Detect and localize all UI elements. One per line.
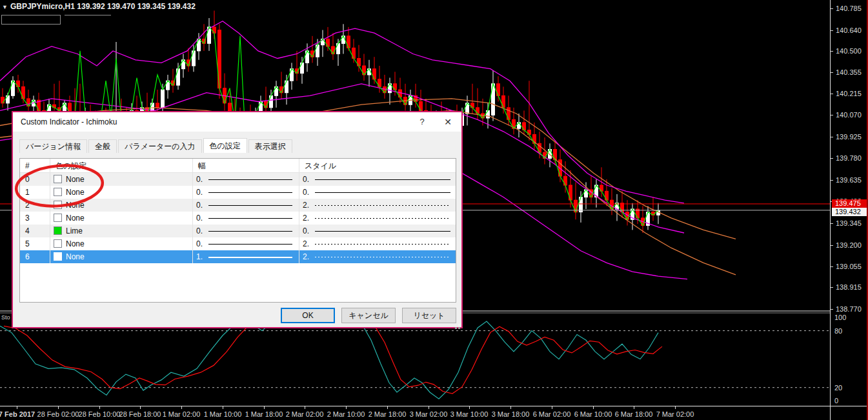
table-row[interactable]: 2None0.2. [20, 199, 456, 212]
price-tick [831, 287, 833, 288]
reset-button[interactable]: リセット [402, 308, 456, 323]
price-tick [831, 266, 833, 267]
width-cell: 0. [193, 173, 299, 186]
width-cell: 0. [193, 212, 299, 225]
color-swatch[interactable] [54, 188, 62, 196]
style-value: 2. [299, 199, 308, 212]
table-row[interactable]: 6None1.2. [20, 250, 456, 263]
time-axis[interactable]: 7 Feb 201728 Feb 02:0028 Feb 10:0028 Feb… [0, 406, 830, 420]
time-tick-label: 6 Mar 18:00 [615, 410, 653, 418]
width-value: 1. [193, 250, 202, 263]
time-tick-label: 1 Mar 18:00 [245, 410, 283, 418]
width-value: 0. [193, 212, 202, 225]
osc-scale-label: 100 [834, 314, 846, 321]
color-swatch[interactable] [54, 175, 62, 183]
color-swatch[interactable] [54, 201, 62, 209]
tab-1[interactable]: 全般 [88, 139, 117, 153]
style-value: 0. [299, 173, 308, 186]
time-tick [675, 406, 676, 409]
width-value: 0. [193, 237, 202, 250]
color-name: Lime [66, 226, 83, 235]
tab-2[interactable]: パラメーターの入力 [118, 139, 201, 153]
style-line-sample [315, 257, 450, 257]
color-name: None [66, 201, 85, 210]
style-cell: 0. [299, 186, 456, 199]
ok-button[interactable]: OK [281, 308, 335, 323]
width-cell: 0. [193, 225, 299, 237]
column-header: 色の設定 [50, 159, 193, 172]
table-row[interactable]: 0None0.0. [20, 173, 456, 186]
table-row[interactable]: 3None0.2. [20, 212, 456, 225]
time-tick [387, 406, 388, 409]
time-tick-label: 7 Mar 02:00 [656, 410, 694, 418]
row-index: 6 [20, 250, 50, 263]
style-cell: 2. [299, 237, 456, 250]
width-line-sample [208, 257, 292, 258]
style-value: 2. [299, 237, 308, 250]
width-line-sample [208, 218, 292, 219]
width-value: 0. [193, 186, 202, 199]
price-tick [831, 30, 833, 31]
color-name: None [66, 188, 85, 197]
tab-3[interactable]: 色の設定 [203, 138, 247, 153]
price-tick-label: 138.915 [836, 283, 862, 291]
width-line-sample [208, 179, 292, 180]
candle [156, 103, 159, 108]
cancel-button[interactable]: キャンセル [341, 308, 396, 323]
row-index: 4 [20, 225, 50, 237]
style-cell: 2. [299, 199, 456, 212]
style-value: 0. [299, 186, 308, 199]
time-tick-label: 2 Mar 10:00 [327, 410, 365, 418]
style-line-sample [315, 179, 450, 180]
row-index: 1 [20, 186, 50, 199]
table-row[interactable]: 4Lime0.0. [20, 225, 456, 237]
color-swatch[interactable] [54, 239, 62, 248]
symbol-title: ▼GBPJPYmicro,H1 139.392 139.470 139.345 … [2, 2, 196, 11]
tab-4[interactable]: 表示選択 [248, 139, 292, 153]
close-button[interactable]: ✕ [438, 112, 458, 132]
price-tick-label: 140.215 [836, 90, 862, 97]
time-tick-label: 6 Mar 10:00 [574, 410, 612, 418]
price-tick [831, 223, 833, 224]
price-tick-label: 139.635 [836, 176, 862, 184]
price-tick [831, 115, 833, 115]
width-cell: 1. [193, 250, 299, 263]
colors-table: #色の設定幅スタイル0None0.0.1None0.0.2None0.2.3No… [19, 158, 456, 303]
time-tick-label: 6 Mar 02:00 [533, 410, 571, 418]
color-swatch[interactable] [54, 214, 62, 222]
price-tick [831, 8, 833, 9]
style-cell: 0. [299, 225, 456, 237]
table-header-row: #色の設定幅スタイル [20, 159, 456, 173]
price-tick-label: 140.070 [836, 111, 862, 119]
price-axis[interactable]: 140.785140.640140.500140.355140.215140.0… [831, 0, 868, 420]
row-index: 3 [20, 212, 50, 225]
time-tick-label: 3 Mar 02:00 [410, 410, 448, 418]
time-tick [552, 406, 552, 409]
table-row[interactable]: 5None0.2. [20, 237, 456, 250]
table-row[interactable]: 1None0.0. [20, 186, 456, 199]
osc-scale-label: 80 [834, 327, 842, 335]
chart-object-line [65, 15, 111, 15]
price-tick [831, 309, 833, 310]
price-tick-label: 139.345 [836, 219, 862, 227]
dialog-titlebar[interactable]: Custom Indicator - Ichimoku ? ✕ [13, 112, 461, 132]
time-tick-label: 1 Mar 10:00 [204, 410, 242, 418]
resize-grip[interactable] [458, 324, 460, 326]
color-name: None [66, 214, 85, 223]
time-tick [469, 406, 470, 409]
time-tick [346, 406, 347, 409]
time-tick-label: 7 Feb 2017 [0, 410, 35, 418]
style-line-sample [315, 192, 450, 193]
chart-dropdown-arrow[interactable]: ▼ [2, 4, 8, 10]
tab-0[interactable]: バージョン情報 [19, 139, 87, 153]
color-swatch[interactable] [54, 252, 62, 261]
color-name: None [66, 239, 85, 248]
style-cell: 2. [299, 250, 456, 263]
color-swatch[interactable] [54, 226, 62, 235]
time-tick-label: 2 Mar 18:00 [368, 410, 407, 418]
style-line-sample [315, 244, 450, 245]
help-button[interactable]: ? [412, 112, 432, 132]
price-tick [831, 158, 833, 159]
chart-object-outline [1, 15, 61, 25]
color-cell: None [50, 237, 193, 250]
